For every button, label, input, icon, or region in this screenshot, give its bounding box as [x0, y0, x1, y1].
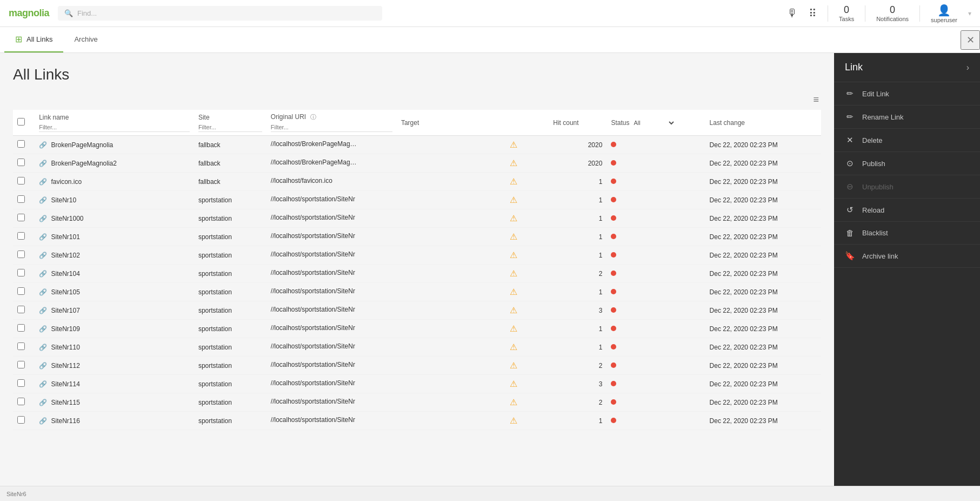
table-row[interactable]: 🔗 SiteNr109 sportstation //localhost/spo…	[13, 320, 821, 338]
table-row[interactable]: 🔗 SiteNr104 sportstation //localhost/spo…	[13, 265, 821, 283]
panel-menu-item-reload[interactable]: ↺ Reload	[834, 199, 980, 222]
link-row-icon: 🔗	[39, 417, 47, 425]
row-checkbox[interactable]	[17, 269, 25, 276]
toolbar-menu-button[interactable]: ≡	[811, 92, 821, 108]
status-filter-select[interactable]: All Published Unpublished	[631, 119, 676, 127]
row-checkbox[interactable]	[17, 361, 25, 368]
row-uri-text: //localhost/favicon.ico	[271, 177, 332, 184]
table-row[interactable]: 🔗 SiteNr1000 sportstation //localhost/sp…	[13, 209, 821, 228]
col-last-change-header: Last change	[705, 110, 821, 136]
row-hit-count: 1	[549, 338, 606, 357]
row-target	[397, 375, 505, 393]
row-warn-icon-cell: ⚠	[505, 265, 549, 283]
row-uri-text: //localhost/sportstation/SiteNr	[271, 342, 355, 350]
link-name-filter[interactable]	[39, 123, 190, 132]
row-uri: //localhost/BrokenPageMagnol	[266, 154, 397, 173]
grid-icon[interactable]: ⠿	[809, 7, 817, 20]
table-row[interactable]: 🔗 SiteNr115 sportstation //localhost/spo…	[13, 393, 821, 412]
row-uri: //localhost/sportstation/SiteNr	[266, 246, 397, 265]
table-row[interactable]: 🔗 SiteNr10 sportstation //localhost/spor…	[13, 191, 821, 209]
row-uri: //localhost/sportstation/SiteNr	[266, 375, 397, 393]
warn-icon: ⚠	[510, 214, 517, 223]
row-site: sportstation	[194, 412, 266, 430]
table-row[interactable]: 🔗 SiteNr105 sportstation //localhost/spo…	[13, 283, 821, 301]
row-hit-count: 1	[549, 191, 606, 209]
panel-menu-item-archive-link[interactable]: 🔖 Archive link	[834, 245, 980, 268]
row-uri: //localhost/favicon.ico	[266, 173, 397, 191]
row-checkbox[interactable]	[17, 398, 25, 405]
table-row[interactable]: 🔗 SiteNr110 sportstation //localhost/spo…	[13, 338, 821, 357]
tasks-nav-item[interactable]: 0 Tasks	[839, 4, 854, 22]
uri-filter[interactable]	[271, 123, 392, 132]
row-checkbox[interactable]	[17, 232, 25, 240]
status-dot	[611, 381, 616, 386]
table-row[interactable]: 🔗 BrokenPageMagnolia2 fallback //localho…	[13, 154, 821, 173]
tab-archive[interactable]: Archive	[63, 27, 108, 52]
unpublish-icon: ⊖	[845, 182, 855, 192]
delete-label: Delete	[862, 136, 883, 144]
row-last-change: Dec 22, 2020 02:23 PM	[705, 228, 821, 246]
row-checkbox[interactable]	[17, 177, 25, 184]
row-link-name: 🔗 SiteNr115	[35, 393, 194, 412]
user-nav-item[interactable]: 👤 superuser	[931, 4, 957, 23]
row-uri: //localhost/sportstation/SiteNr	[266, 357, 397, 375]
row-target	[397, 265, 505, 283]
delete-icon: ✕	[845, 135, 855, 145]
row-checkbox[interactable]	[17, 306, 25, 313]
row-checkbox[interactable]	[17, 195, 25, 203]
row-link-name: 🔗 SiteNr107	[35, 301, 194, 320]
row-uri-text: //localhost/sportstation/SiteNr	[271, 250, 355, 258]
row-checkbox[interactable]	[17, 342, 25, 350]
table-row[interactable]: 🔗 favicon.ico fallback //localhost/favic…	[13, 173, 821, 191]
link-row-icon: 🔗	[39, 344, 47, 351]
tab-all-links-label: All Links	[26, 35, 52, 43]
col-status-icon-header	[505, 110, 549, 136]
close-button[interactable]: ✕	[961, 30, 980, 50]
row-status	[606, 393, 705, 412]
row-warn-icon-cell: ⚠	[505, 228, 549, 246]
table-row[interactable]: 🔗 SiteNr116 sportstation //localhost/spo…	[13, 412, 821, 430]
row-checkbox[interactable]	[17, 214, 25, 221]
panel-menu-item-blacklist[interactable]: 🗑 Blacklist	[834, 222, 980, 245]
tasks-label: Tasks	[839, 16, 854, 22]
site-filter[interactable]	[198, 123, 262, 132]
row-checkbox[interactable]	[17, 324, 25, 332]
row-uri: //localhost/sportstation/SiteNr	[266, 228, 397, 246]
row-warn-icon-cell: ⚠	[505, 191, 549, 209]
row-uri-text: //localhost/sportstation/SiteNr	[271, 195, 355, 203]
panel-title: Link	[845, 62, 863, 73]
table-row[interactable]: 🔗 SiteNr101 sportstation //localhost/spo…	[13, 228, 821, 246]
status-dot	[611, 362, 616, 368]
row-checkbox[interactable]	[17, 287, 25, 295]
warn-icon: ⚠	[510, 269, 517, 278]
notifications-nav-item[interactable]: 0 Notifications	[876, 4, 909, 22]
search-placeholder: Find...	[77, 9, 97, 17]
tab-all-links[interactable]: ⊞ All Links	[4, 27, 63, 52]
top-nav: magnolia 🔍 Find... 🎙 ⠿ 0 Tasks 0 Notific…	[0, 0, 980, 27]
table-row[interactable]: 🔗 BrokenPageMagnolia fallback //localhos…	[13, 136, 821, 154]
row-checkbox[interactable]	[17, 140, 25, 148]
row-hit-count: 1	[549, 228, 606, 246]
status-dot	[611, 234, 616, 239]
row-warn-icon-cell: ⚠	[505, 173, 549, 191]
table-row[interactable]: 🔗 SiteNr114 sportstation //localhost/spo…	[13, 375, 821, 393]
panel-menu-item-publish[interactable]: ⊙ Publish	[834, 152, 980, 175]
row-checkbox[interactable]	[17, 379, 25, 387]
table-row[interactable]: 🔗 SiteNr112 sportstation //localhost/spo…	[13, 357, 821, 375]
panel-menu-item-delete[interactable]: ✕ Delete	[834, 129, 980, 152]
row-target	[397, 154, 505, 173]
row-checkbox[interactable]	[17, 416, 25, 424]
search-bar[interactable]: 🔍 Find...	[58, 6, 382, 21]
row-checkbox[interactable]	[17, 159, 25, 166]
table-row[interactable]: 🔗 SiteNr107 sportstation //localhost/spo…	[13, 301, 821, 320]
row-hit-count: 1	[549, 283, 606, 301]
table-row[interactable]: 🔗 SiteNr102 sportstation //localhost/spo…	[13, 246, 821, 265]
select-all-checkbox[interactable]	[17, 118, 25, 126]
mic-icon[interactable]: 🎙	[787, 7, 798, 19]
panel-menu-item-rename-link[interactable]: ✏ Rename Link	[834, 106, 980, 129]
reload-icon: ↺	[845, 205, 855, 215]
row-checkbox[interactable]	[17, 250, 25, 258]
status-dot	[611, 252, 616, 258]
panel-menu-item-edit-link[interactable]: ✏ Edit Link	[834, 82, 980, 106]
panel-arrow-icon[interactable]: ›	[966, 63, 969, 72]
